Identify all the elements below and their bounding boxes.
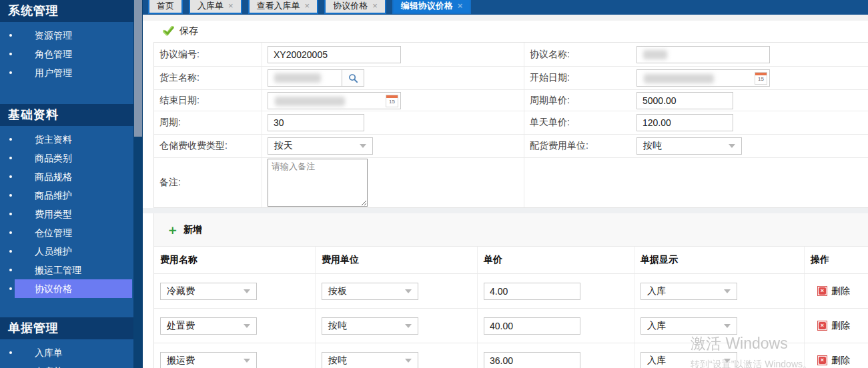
cycle-price-input[interactable] (636, 92, 733, 109)
tab-bar: 首页 入库单 × 查看入库单 × 协议价格 × 编辑协议价格 × (143, 0, 868, 15)
start-date-input[interactable]: 15 (636, 69, 770, 87)
tab-home[interactable]: 首页 (148, 0, 183, 14)
save-button[interactable]: 保存 (143, 23, 868, 39)
agreement-no-label: 协议编号: (154, 43, 262, 66)
chevron-down-icon (729, 144, 735, 148)
sidebar-item-porter-mgmt[interactable]: 搬运工管理 (0, 261, 133, 279)
delivery-fee-unit-select[interactable]: 按吨 (636, 137, 742, 155)
agreement-no-input[interactable] (268, 46, 401, 63)
fee-unit-select[interactable]: 按板 (322, 283, 418, 300)
owner-search-button[interactable] (342, 69, 364, 87)
delete-button[interactable]: × 删除 (817, 355, 850, 367)
fee-table-row: 冷藏费 按板 入库 × 删除 (154, 273, 868, 308)
add-fee-label: 新增 (183, 224, 202, 236)
tab-edit-agreement-price[interactable]: 编辑协议价格 × (392, 0, 472, 14)
sidebar-item-staff-maintain[interactable]: 人员维护 (0, 242, 133, 261)
search-icon (348, 73, 358, 83)
sidebar-item-goods-maintain[interactable]: 商品维护 (0, 186, 133, 205)
sidebar-item-bin-mgmt[interactable]: 仓位管理 (0, 223, 133, 242)
col-doc-display: 单据显示 (634, 247, 805, 273)
delete-cross-icon: × (817, 286, 827, 296)
delivery-fee-unit-label: 配货费用单位: (524, 135, 631, 157)
calendar-icon[interactable]: 15 (755, 72, 767, 85)
add-fee-button[interactable]: ＋ 新增 (154, 213, 868, 246)
sidebar-section-documents: 单据管理 (0, 317, 133, 339)
redacted-value (274, 73, 321, 83)
fee-table-panel: ＋ 新增 费用名称 费用单位 单价 单据显示 操作 冷藏费 按板 入库 × 删除… (153, 213, 868, 368)
end-date-label: 结束日期: (154, 90, 262, 111)
fee-unit-select[interactable]: 按吨 (322, 352, 418, 368)
redacted-value (643, 50, 667, 59)
storage-fee-type-label: 仓储费收费类型: (154, 135, 262, 157)
sidebar-scrollbar[interactable] (133, 0, 143, 368)
save-check-icon (163, 26, 175, 37)
sidebar-item-owner-data[interactable]: 货主资料 (0, 130, 133, 149)
cycle-label: 周期: (154, 111, 262, 134)
sidebar-section-system: 系统管理 (0, 0, 133, 22)
storage-fee-type-select[interactable]: 按天 (268, 137, 373, 155)
col-fee-name: 费用名称 (154, 247, 316, 273)
delete-button[interactable]: × 删除 (817, 320, 850, 332)
fee-name-select[interactable]: 冷藏费 (160, 283, 257, 300)
sidebar: 系统管理 资源管理 角色管理 用户管理 基础资料 货主资料 商品类别 商品规格 … (0, 0, 133, 368)
col-fee-unit: 费用单位 (316, 247, 478, 273)
sidebar-item-inbound-order[interactable]: 入库单 (0, 343, 133, 362)
chevron-down-icon (405, 289, 412, 293)
sidebar-scrollbar-thumb[interactable] (134, 0, 142, 137)
chevron-down-icon (724, 324, 731, 328)
doc-display-select[interactable]: 入库 (640, 317, 737, 335)
end-date-input[interactable]: 15 (268, 92, 401, 109)
chevron-down-icon (724, 359, 731, 363)
remark-textarea[interactable] (268, 159, 368, 207)
close-icon[interactable]: × (228, 0, 234, 14)
sidebar-item-outbound-order[interactable]: 出库单 (0, 362, 133, 368)
fee-unit-select[interactable]: 按吨 (322, 317, 418, 335)
calendar-icon[interactable]: 15 (386, 95, 398, 107)
tab-inbound-order[interactable]: 入库单 × (189, 0, 242, 14)
sidebar-section-basic-data: 基础资料 (0, 104, 133, 126)
sidebar-item-goods-category[interactable]: 商品类别 (0, 149, 133, 167)
fee-name-select[interactable]: 处置费 (160, 317, 257, 335)
delete-cross-icon: × (817, 355, 827, 365)
chevron-down-icon (405, 324, 412, 328)
doc-display-select[interactable]: 入库 (640, 352, 737, 368)
close-icon[interactable]: × (458, 0, 463, 14)
start-date-label: 开始日期: (524, 67, 631, 89)
sidebar-item-resource-mgmt[interactable]: 资源管理 (0, 26, 133, 45)
tabbar-divider (143, 15, 868, 21)
sidebar-item-goods-spec[interactable]: 商品规格 (0, 167, 133, 186)
fee-table-header: 费用名称 费用单位 单价 单据显示 操作 (154, 246, 868, 273)
price-input[interactable] (484, 352, 580, 368)
chevron-down-icon (724, 289, 731, 293)
cycle-price-label: 周期单价: (524, 90, 631, 111)
doc-display-select[interactable]: 入库 (640, 283, 737, 300)
redacted-value (644, 74, 714, 83)
sidebar-item-fee-type[interactable]: 费用类型 (0, 205, 133, 223)
day-price-input[interactable] (636, 114, 733, 131)
fee-table-row: 处置费 按吨 入库 × 删除 (154, 308, 868, 343)
remark-label: 备注: (154, 158, 262, 207)
sidebar-item-role-mgmt[interactable]: 角色管理 (0, 45, 133, 63)
fee-name-select[interactable]: 搬运费 (160, 352, 257, 368)
agreement-form: 协议编号: 协议名称: 货主名称: (153, 42, 868, 208)
agreement-name-label: 协议名称: (524, 43, 631, 66)
close-icon[interactable]: × (372, 0, 378, 14)
chevron-down-icon (244, 324, 250, 328)
price-input[interactable] (484, 283, 580, 300)
panel-gap (143, 208, 868, 213)
sidebar-item-agreement-price[interactable]: 协议价格 (0, 279, 133, 298)
delete-button[interactable]: × 删除 (817, 285, 850, 297)
fee-table-row: 搬运费 按吨 入库 × 删除 (154, 343, 868, 368)
col-actions: 操作 (805, 247, 868, 273)
tab-view-inbound-order[interactable]: 查看入库单 × (248, 0, 319, 14)
cycle-input[interactable] (268, 114, 364, 131)
chevron-down-icon (405, 359, 412, 363)
plus-icon: ＋ (166, 225, 179, 235)
price-input[interactable] (484, 317, 580, 335)
save-label: 保存 (179, 25, 198, 37)
sidebar-item-user-mgmt[interactable]: 用户管理 (0, 63, 133, 82)
close-icon[interactable]: × (305, 0, 310, 14)
chevron-down-icon (360, 144, 366, 148)
owner-name-label: 货主名称: (154, 67, 262, 89)
tab-agreement-price[interactable]: 协议价格 × (324, 0, 386, 14)
